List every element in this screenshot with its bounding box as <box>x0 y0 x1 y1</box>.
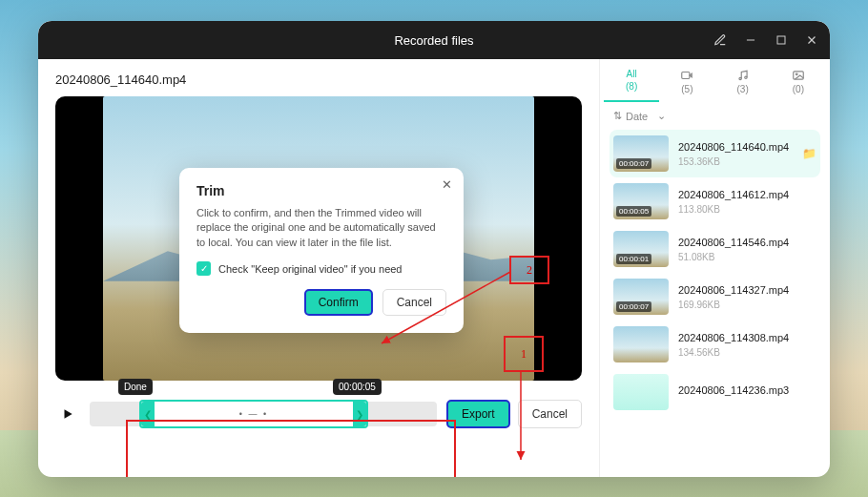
file-thumbnail: 00:00:07 <box>613 135 669 172</box>
maximize-icon[interactable] <box>771 30 792 51</box>
image-icon <box>792 69 805 82</box>
checkbox-checked-icon: ✓ <box>196 261 211 276</box>
edit-icon[interactable] <box>710 30 731 51</box>
trim-dialog: ✕ Trim Click to confirm, and then the Tr… <box>179 168 464 333</box>
time-tooltip: 00:00:05 <box>333 379 382 395</box>
file-item[interactable]: 00:00:0520240806_114612.mp4113.80KB <box>610 177 820 225</box>
video-icon <box>680 69 693 82</box>
close-icon[interactable]: ✕ <box>442 177 452 192</box>
trim-description: Click to confirm, and then the Trimmed v… <box>196 206 446 250</box>
recorded-files-window: Recorded files 20240806_114640.mp4 ✕ Tri… <box>38 21 830 477</box>
trim-handle-left[interactable]: ❮ <box>141 402 155 426</box>
chevron-down-icon: ⌄ <box>657 110 666 122</box>
cancel-button[interactable]: Cancel <box>382 289 446 316</box>
file-name: 20240806_114612.mp4 <box>678 189 816 200</box>
svg-rect-9 <box>794 72 804 79</box>
tab-video[interactable]: (5) <box>659 69 714 102</box>
sort-icon: ⇅ <box>613 110 622 122</box>
tab-audio[interactable]: (3) <box>715 69 771 102</box>
current-filename: 20240806_114640.mp4 <box>55 72 582 87</box>
play-icon[interactable] <box>55 402 80 426</box>
file-thumbnail <box>613 374 669 410</box>
duration-badge: 00:00:01 <box>616 254 651 264</box>
file-size: 113.80KB <box>678 204 816 215</box>
video-preview: ✕ Trim Click to confirm, and then the Tr… <box>55 96 582 381</box>
file-item[interactable]: 20240806_114236.mp3 <box>610 368 820 416</box>
trim-selection[interactable]: ❮ • — • ❯ <box>139 400 368 428</box>
duration-badge: 00:00:07 <box>616 301 651 312</box>
duration-badge: 00:00:07 <box>616 158 651 169</box>
file-list[interactable]: 00:00:0720240806_114640.mp4153.36KB📁00:0… <box>600 130 830 477</box>
tab-image[interactable]: (0) <box>771 69 826 102</box>
file-size: 134.56KB <box>678 347 816 358</box>
close-icon[interactable] <box>801 30 822 51</box>
file-item[interactable]: 00:00:0120240806_114546.mp451.08KB <box>610 225 820 273</box>
main-panel: 20240806_114640.mp4 ✕ Trim Click to conf… <box>38 59 599 477</box>
sort-dropdown[interactable]: ⇅ Date ⌄ <box>600 102 830 130</box>
audio-icon <box>736 69 750 82</box>
confirm-button[interactable]: Confirm <box>304 289 373 316</box>
trim-title: Trim <box>196 183 446 198</box>
file-thumbnail <box>613 326 669 362</box>
file-size: 51.08KB <box>678 252 816 262</box>
file-thumbnail: 00:00:05 <box>613 183 669 219</box>
file-thumbnail: 00:00:07 <box>613 279 669 315</box>
timeline-track[interactable]: Done 00:00:05 ❮ • — • ❯ <box>90 402 437 426</box>
file-name: 20240806_114308.mp4 <box>678 332 816 343</box>
export-button[interactable]: Export <box>446 400 510 428</box>
file-size: 169.96KB <box>678 300 816 310</box>
selection-marker: • — • <box>239 409 268 419</box>
file-name: 20240806_114640.mp4 <box>678 141 793 153</box>
timeline: Done 00:00:05 ❮ • — • ❯ Export Cancel <box>55 400 582 428</box>
file-name: 20240806_114327.mp4 <box>678 284 816 296</box>
file-item[interactable]: 00:00:0720240806_114327.mp4169.96KB <box>610 273 820 321</box>
file-size: 153.36KB <box>678 156 793 167</box>
svg-point-7 <box>739 77 741 79</box>
svg-point-10 <box>796 73 797 75</box>
file-item[interactable]: 20240806_114308.mp4134.56KB <box>610 321 820 368</box>
titlebar: Recorded files <box>38 21 830 59</box>
file-item[interactable]: 00:00:0720240806_114640.mp4153.36KB📁 <box>610 130 820 177</box>
minimize-icon[interactable] <box>740 30 761 51</box>
duration-badge: 00:00:05 <box>616 206 651 217</box>
filter-tabs: All (8) (5) (3) (0) <box>600 59 830 102</box>
file-thumbnail: 00:00:01 <box>613 231 669 267</box>
svg-rect-6 <box>682 72 690 79</box>
file-sidebar: All (8) (5) (3) (0) ⇅ Date <box>599 59 830 477</box>
annotation-box-timeline <box>126 420 456 477</box>
file-name: 20240806_114236.mp3 <box>678 384 816 396</box>
tab-all[interactable]: All (8) <box>604 69 659 102</box>
window-title: Recorded files <box>394 33 473 48</box>
done-tooltip: Done <box>118 379 153 395</box>
keep-original-checkbox[interactable]: ✓ Check "Keep original video" if you nee… <box>196 261 446 276</box>
svg-point-8 <box>744 76 746 78</box>
cancel-export-button[interactable]: Cancel <box>518 400 582 428</box>
svg-rect-1 <box>777 36 785 44</box>
file-name: 20240806_114546.mp4 <box>678 237 816 248</box>
open-folder-icon[interactable]: 📁 <box>802 147 816 160</box>
trim-handle-right[interactable]: ❯ <box>353 402 366 426</box>
